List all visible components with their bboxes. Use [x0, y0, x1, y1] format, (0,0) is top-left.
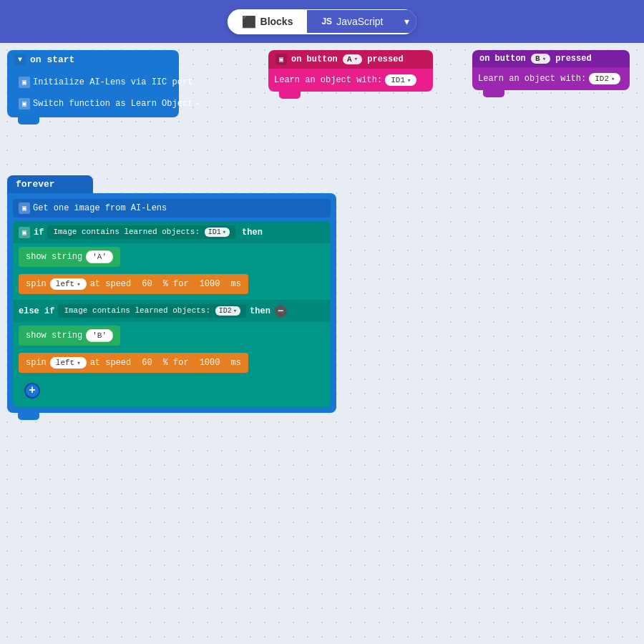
- string-a-value: 'A': [86, 250, 113, 263]
- collapse-start-icon[interactable]: ▼: [14, 54, 26, 65]
- js-icon: JS: [321, 16, 332, 26]
- tab-javascript[interactable]: JS JavaScript: [307, 10, 397, 33]
- spin-b-time-value[interactable]: 1000: [192, 356, 228, 369]
- spin-b-row: spin left ▾ at speed 60 % for 1000 ms: [19, 353, 248, 373]
- forever-label: forever: [16, 179, 55, 190]
- switch-text: Switch function as Learn Object: [33, 99, 192, 109]
- tab-blocks[interactable]: ⬛ Blocks: [228, 9, 308, 34]
- if-block: ▣ if Image contains learned objects: ID1…: [13, 221, 331, 407]
- spin-a-ms: ms: [230, 279, 240, 289]
- show-string-b-text: show string: [26, 331, 82, 341]
- string-b-value: 'B': [86, 329, 113, 342]
- top-bar: ⬛ Blocks JS JavaScript ▾: [0, 0, 644, 43]
- else-if-keyword: else if: [19, 306, 54, 316]
- init-ailens-text: Initialize AI-Lens via IIC port: [33, 77, 192, 87]
- switch-icon: ▣: [19, 98, 30, 109]
- arrow-icon: ▾: [404, 16, 409, 27]
- switch-function-row: ▣ Switch function as Learn Object ▾: [13, 94, 173, 113]
- id1-condition-dropdown[interactable]: ID1 ▾: [205, 228, 230, 237]
- tab-group: ⬛ Blocks JS JavaScript ▾: [228, 9, 417, 34]
- show-string-b-row: show string 'B': [19, 326, 120, 346]
- else-if-condition-pill: Image contains learned objects: ID2 ▾: [58, 304, 246, 318]
- switch-dropdown-arrow[interactable]: ▾: [195, 99, 200, 108]
- id2-dropdown[interactable]: ID2 ▾: [589, 73, 620, 84]
- spin-b-label: spin: [26, 358, 47, 368]
- on-button-a-block[interactable]: ▣ on button A ▾ pressed Learn an object …: [268, 50, 433, 99]
- init-ailens-row: ▣ Initialize AI-Lens via IIC port: [13, 73, 173, 92]
- spin-a-label: spin: [26, 279, 47, 289]
- id2-condition-dropdown[interactable]: ID2 ▾: [215, 306, 240, 316]
- on-button-b-block[interactable]: on button B ▾ pressed Learn an object wi…: [472, 50, 630, 97]
- else-then-keyword: then: [250, 306, 270, 316]
- tab-dropdown-arrow[interactable]: ▾: [397, 10, 416, 33]
- if-icon: ▣: [19, 227, 30, 238]
- id1-dropdown[interactable]: ID1 ▾: [385, 74, 416, 86]
- block-canvas: ▼ on start ▣ Initialize AI-Lens via IIC …: [0, 43, 644, 644]
- learn-a-text: Learn an object with:: [274, 75, 382, 85]
- spin-a-speed-value[interactable]: 60: [135, 278, 159, 291]
- button-b-label: on button B ▾ pressed: [479, 54, 592, 64]
- learn-b-text: Learn an object with:: [478, 74, 586, 84]
- get-image-icon: ▣: [19, 203, 30, 214]
- spin-a-row: spin left ▾ at speed 60 % for 1000 ms: [19, 274, 248, 294]
- js-label: JavaScript: [336, 16, 383, 27]
- show-string-a-row: show string 'A': [19, 247, 120, 267]
- add-else-btn[interactable]: +: [24, 383, 40, 399]
- spin-b-pct: % for: [163, 358, 189, 368]
- spin-a-pct: % for: [163, 279, 189, 289]
- on-start-block[interactable]: ▼ on start ▣ Initialize AI-Lens via IIC …: [7, 50, 179, 125]
- blocks-icon: ⬛: [242, 15, 256, 29]
- else-if-minus-btn[interactable]: −: [274, 305, 287, 318]
- init-icon: ▣: [19, 77, 30, 88]
- if-keyword: if: [34, 228, 44, 238]
- spin-a-time-value[interactable]: 1000: [192, 278, 228, 291]
- spin-a-dir-dropdown[interactable]: left ▾: [50, 278, 87, 290]
- show-string-a-text: show string: [26, 252, 82, 262]
- then-keyword: then: [242, 228, 263, 238]
- get-image-row: ▣ Get one image from AI-Lens: [13, 199, 331, 218]
- collapse-a-icon[interactable]: ▣: [275, 54, 287, 65]
- if-condition-pill: Image contains learned objects: ID1 ▾: [47, 225, 235, 239]
- blocks-label: Blocks: [260, 16, 293, 27]
- spin-a-at: at speed: [90, 279, 132, 289]
- spin-b-speed-value[interactable]: 60: [135, 356, 159, 369]
- spin-b-at: at speed: [90, 358, 132, 368]
- get-image-text: Get one image from AI-Lens: [33, 203, 167, 213]
- spin-b-dir-dropdown[interactable]: left ▾: [50, 357, 87, 369]
- on-start-label: on start: [30, 54, 74, 65]
- button-a-label: on button A ▾ pressed: [291, 54, 404, 64]
- spin-b-ms: ms: [230, 358, 240, 368]
- forever-block[interactable]: forever ▣ Get one image from AI-Lens ▣ i…: [7, 175, 336, 420]
